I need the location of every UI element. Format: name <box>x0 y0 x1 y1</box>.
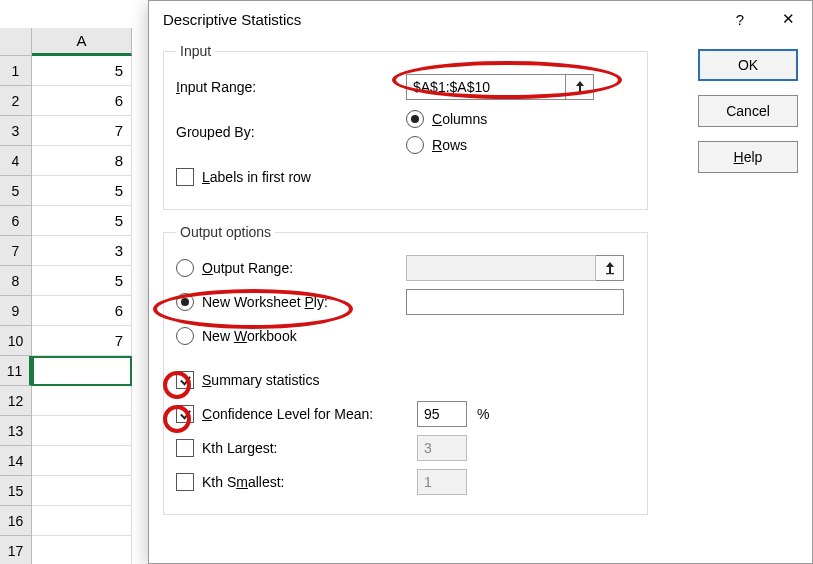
cell[interactable] <box>32 536 132 564</box>
cell[interactable] <box>32 416 132 446</box>
cell[interactable]: 3 <box>32 236 132 266</box>
row-header[interactable]: 4 <box>0 146 32 176</box>
ok-button[interactable]: OK <box>698 49 798 81</box>
cell[interactable]: 6 <box>32 86 132 116</box>
svg-rect-1 <box>606 273 614 274</box>
output-group: Output options Output Range: New Workshe… <box>163 224 648 515</box>
confidence-level-checkbox[interactable] <box>176 405 194 423</box>
grouped-rows-label: Rows <box>432 137 467 153</box>
row-header[interactable]: 1 <box>0 56 32 86</box>
output-range-radio[interactable] <box>176 259 194 277</box>
confidence-level-field[interactable] <box>417 401 467 427</box>
cell[interactable]: 8 <box>32 146 132 176</box>
dialog-titlebar: Descriptive Statistics ? ✕ <box>149 1 812 37</box>
cell[interactable]: 5 <box>32 56 132 86</box>
row-header[interactable]: 9 <box>0 296 32 326</box>
new-worksheet-ply-label: New Worksheet Ply: <box>202 294 406 310</box>
select-all-corner[interactable] <box>0 28 32 56</box>
row-header[interactable]: 17 <box>0 536 32 564</box>
grouped-columns-label: Columns <box>432 111 487 127</box>
new-worksheet-ply-radio[interactable] <box>176 293 194 311</box>
cell[interactable]: 5 <box>32 176 132 206</box>
row-header[interactable]: 15 <box>0 476 32 506</box>
cell[interactable]: 5 <box>32 206 132 236</box>
row-header[interactable]: 13 <box>0 416 32 446</box>
labels-first-row-label: Labels in first row <box>202 169 311 185</box>
kth-largest-checkbox[interactable] <box>176 439 194 457</box>
cell[interactable]: 5 <box>32 266 132 296</box>
grouped-rows-radio[interactable] <box>406 136 424 154</box>
column-header-A[interactable]: A <box>32 28 132 56</box>
help-icon[interactable]: ? <box>716 1 764 37</box>
help-button[interactable]: Help <box>698 141 798 173</box>
row-header[interactable]: 2 <box>0 86 32 116</box>
labels-first-row-checkbox[interactable] <box>176 168 194 186</box>
cell[interactable] <box>32 446 132 476</box>
cell[interactable]: 6 <box>32 296 132 326</box>
input-group: Input Input Range: Grouped By: C <box>163 43 648 210</box>
output-range-label: Output Range: <box>202 260 406 276</box>
kth-largest-label: Kth Largest: <box>202 440 417 456</box>
input-range-field[interactable] <box>406 74 566 100</box>
percent-label: % <box>477 406 489 422</box>
row-header[interactable]: 8 <box>0 266 32 296</box>
new-worksheet-ply-field[interactable] <box>406 289 624 315</box>
grouped-columns-radio[interactable] <box>406 110 424 128</box>
new-workbook-radio[interactable] <box>176 327 194 345</box>
row-header[interactable]: 7 <box>0 236 32 266</box>
close-icon[interactable]: ✕ <box>764 1 812 37</box>
input-range-picker-icon[interactable] <box>566 74 594 100</box>
worksheet: A 15263748556573859610711121314151617 <box>0 0 150 564</box>
row-header[interactable]: 5 <box>0 176 32 206</box>
cell[interactable] <box>32 386 132 416</box>
confidence-level-label: Confidence Level for Mean: <box>202 406 417 422</box>
summary-statistics-checkbox[interactable] <box>176 371 194 389</box>
kth-smallest-checkbox[interactable] <box>176 473 194 491</box>
grouped-by-label: Grouped By: <box>176 124 406 140</box>
summary-statistics-label: Summary statistics <box>202 372 319 388</box>
output-legend: Output options <box>176 224 275 240</box>
input-range-label: Input Range: <box>176 79 406 95</box>
kth-smallest-label: Kth Smallest: <box>202 474 417 490</box>
cell[interactable] <box>32 356 132 386</box>
row-header[interactable]: 11 <box>0 356 32 386</box>
row-header[interactable]: 16 <box>0 506 32 536</box>
new-workbook-label: New Workbook <box>202 328 297 344</box>
descriptive-statistics-dialog: Descriptive Statistics ? ✕ Input Input R… <box>148 0 813 564</box>
cell[interactable]: 7 <box>32 116 132 146</box>
cell[interactable]: 7 <box>32 326 132 356</box>
svg-rect-0 <box>576 92 584 93</box>
row-header[interactable]: 10 <box>0 326 32 356</box>
cell[interactable] <box>32 476 132 506</box>
row-header[interactable]: 6 <box>0 206 32 236</box>
cancel-button[interactable]: Cancel <box>698 95 798 127</box>
row-header[interactable]: 12 <box>0 386 32 416</box>
input-legend: Input <box>176 43 215 59</box>
kth-largest-field <box>417 435 467 461</box>
row-header[interactable]: 3 <box>0 116 32 146</box>
kth-smallest-field <box>417 469 467 495</box>
dialog-title: Descriptive Statistics <box>163 11 301 28</box>
output-range-field <box>406 255 596 281</box>
row-header[interactable]: 14 <box>0 446 32 476</box>
output-range-picker-icon[interactable] <box>596 255 624 281</box>
cell[interactable] <box>32 506 132 536</box>
